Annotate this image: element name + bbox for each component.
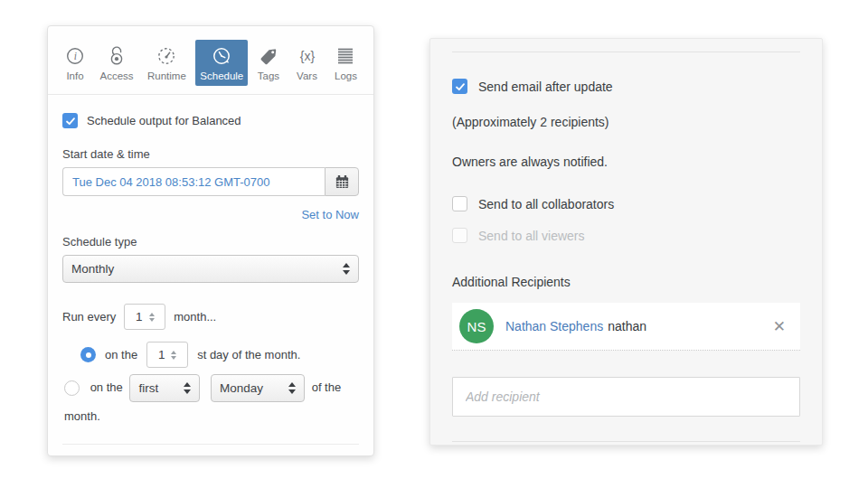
select-arrows-icon [343, 263, 350, 275]
remove-recipient-button[interactable]: ✕ [769, 317, 789, 336]
clock-history-icon [211, 45, 232, 67]
tab-label: Vars [297, 70, 317, 81]
tab-logs[interactable]: Logs [330, 40, 362, 86]
send-email-checkbox[interactable] [452, 79, 467, 94]
run-every-stepper[interactable]: 1 [124, 304, 165, 330]
day-radio-prefix: on the [105, 348, 137, 361]
select-arrows-icon [184, 382, 191, 394]
send-viewers-checkbox [452, 228, 467, 243]
checkmark-icon [65, 116, 76, 127]
gauge-icon [156, 45, 177, 67]
weekday-value: Monday [220, 374, 288, 403]
section-bottom-divider [452, 441, 800, 442]
day-of-month-value: 1 [158, 348, 165, 361]
run-every-prefix: Run every [62, 310, 116, 324]
braces-x-icon: {x} [294, 45, 321, 67]
panel-bottom-divider [62, 444, 359, 445]
recipient-row: NS Nathan Stephens nathan ✕ [452, 303, 800, 351]
tab-schedule[interactable]: Schedule [195, 40, 248, 86]
schedule-type-value: Monthly [71, 262, 343, 276]
run-every-value: 1 [136, 310, 143, 324]
start-date-input[interactable] [62, 167, 325, 196]
day-of-month-stepper[interactable]: 1 [146, 342, 188, 368]
schedule-type-label: Schedule type [62, 235, 359, 249]
weekday-radio-prefix: on the [90, 380, 123, 394]
settings-toolbar: i Info Access Runtime [48, 26, 373, 94]
tab-label: Info [66, 70, 83, 81]
send-email-label: Send email after update [478, 80, 613, 94]
tab-label: Runtime [147, 70, 186, 81]
tab-label: Logs [335, 70, 357, 81]
log-lines-icon [335, 45, 356, 67]
recipient-name-link[interactable]: Nathan Stephens [505, 319, 603, 333]
tab-runtime[interactable]: Runtime [143, 40, 191, 86]
tab-access[interactable]: Access [95, 40, 137, 86]
set-to-now-link[interactable]: Set to Now [62, 208, 359, 221]
tab-label: Access [99, 70, 133, 81]
stepper-arrows-icon[interactable] [171, 351, 176, 360]
weekday-select[interactable]: Monday [211, 374, 305, 402]
unlock-icon [106, 45, 127, 67]
send-collaborators-label: Send to all collaborators [478, 197, 614, 211]
tab-info[interactable]: i Info [60, 40, 90, 86]
svg-text:{x}: {x} [299, 49, 315, 63]
calendar-icon [335, 174, 350, 190]
select-arrows-icon [288, 382, 296, 394]
tab-label: Schedule [200, 70, 243, 81]
recipients-count-note: (Approximately 2 recipients) [452, 115, 800, 129]
info-icon: i [64, 45, 86, 67]
checkmark-icon [455, 81, 466, 92]
day-of-month-radio[interactable] [80, 347, 96, 362]
weekday-of-month-radio[interactable] [64, 380, 80, 396]
start-date-label: Start date & time [62, 147, 359, 161]
section-top-divider [452, 52, 800, 52]
tag-icon [258, 45, 279, 67]
ordinal-value: first [138, 374, 184, 403]
day-radio-suffix: st day of the month. [197, 348, 300, 361]
schedule-settings-panel: i Info Access Runtime [47, 25, 374, 456]
run-every-suffix: month... [174, 310, 216, 324]
schedule-output-label: Schedule output for Balanced [87, 114, 241, 127]
svg-text:i: i [74, 51, 77, 61]
additional-recipients-heading: Additional Recipients [452, 275, 800, 289]
schedule-type-select[interactable]: Monthly [62, 255, 359, 283]
owners-note: Owners are always notified. [452, 155, 800, 169]
stepper-arrows-icon[interactable] [149, 313, 155, 322]
calendar-button[interactable] [325, 167, 359, 196]
tab-label: Tags [258, 70, 279, 81]
ordinal-select[interactable]: first [129, 374, 200, 402]
avatar: NS [459, 309, 494, 343]
toolbar-divider [48, 94, 373, 95]
send-viewers-label: Send to all viewers [478, 229, 585, 243]
email-settings-panel: Send email after update (Approximately 2… [429, 38, 823, 446]
recipient-username: nathan [608, 319, 646, 333]
tab-vars[interactable]: {x} Vars [289, 40, 326, 86]
add-recipient-input[interactable] [452, 377, 800, 417]
tab-tags[interactable]: Tags [253, 40, 284, 86]
schedule-output-checkbox[interactable] [62, 113, 78, 128]
send-collaborators-checkbox[interactable] [452, 196, 467, 211]
